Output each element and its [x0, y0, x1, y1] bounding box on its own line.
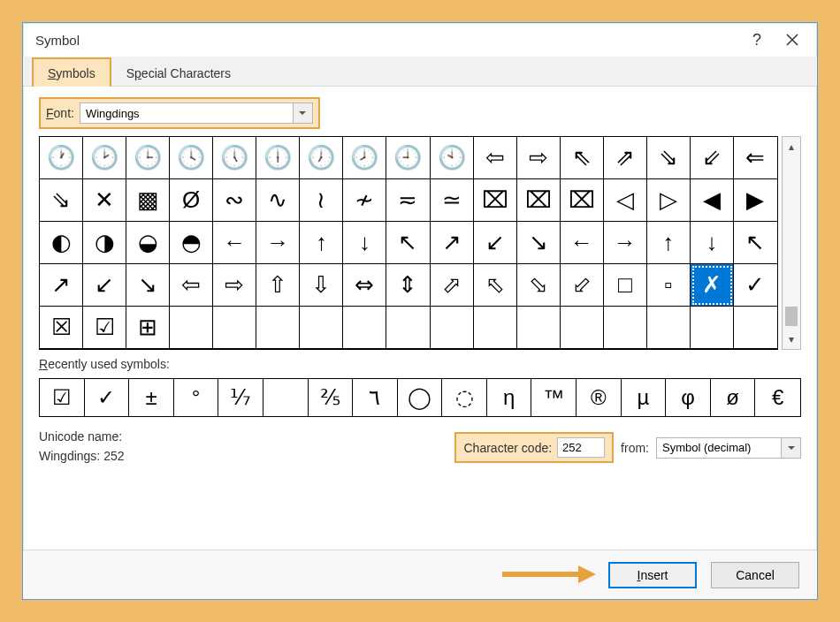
- recent-symbol-cell[interactable]: ☑: [40, 379, 85, 416]
- symbol-cell[interactable]: ⌧: [474, 179, 517, 222]
- symbol-cell[interactable]: [431, 307, 474, 349]
- from-dropdown-button[interactable]: [781, 438, 800, 458]
- symbol-cell[interactable]: ≃: [431, 179, 474, 222]
- symbol-cell[interactable]: [386, 307, 430, 349]
- symbol-cell[interactable]: ⇙: [691, 137, 734, 179]
- recent-symbol-cell[interactable]: ⅖: [309, 379, 354, 416]
- symbol-cell[interactable]: 🕗: [343, 137, 386, 179]
- symbol-cell[interactable]: ⇐: [734, 137, 777, 179]
- symbol-cell[interactable]: 🕒: [126, 137, 170, 179]
- recent-symbol-cell[interactable]: ™: [531, 379, 577, 416]
- symbol-cell[interactable]: 🕙: [431, 137, 474, 179]
- symbol-cell[interactable]: ⌧: [517, 179, 561, 222]
- recent-symbol-cell[interactable]: µ: [622, 379, 667, 416]
- symbol-cell[interactable]: ↘: [517, 222, 561, 264]
- recent-symbol-cell[interactable]: ±: [129, 379, 174, 416]
- symbol-cell[interactable]: ◒: [126, 222, 170, 264]
- symbol-cell[interactable]: ⇨: [213, 264, 256, 307]
- symbol-cell[interactable]: ☑: [83, 307, 126, 349]
- symbol-cell[interactable]: [561, 307, 604, 349]
- symbol-cell[interactable]: ✗: [691, 264, 734, 307]
- symbol-cell[interactable]: ⇕: [386, 264, 430, 307]
- recent-symbol-cell[interactable]: η: [487, 379, 532, 416]
- scroll-down-icon[interactable]: ▾: [789, 333, 794, 345]
- symbol-cell[interactable]: ✓: [734, 264, 777, 307]
- symbol-cell[interactable]: [343, 307, 386, 349]
- symbol-cell[interactable]: ↑: [300, 222, 343, 264]
- symbol-cell[interactable]: ←: [213, 222, 256, 264]
- symbol-cell[interactable]: ⌧: [561, 179, 604, 222]
- symbol-cell[interactable]: [734, 307, 777, 349]
- recent-symbol-cell[interactable]: ◌: [442, 379, 487, 416]
- help-button[interactable]: ?: [739, 26, 775, 54]
- close-button[interactable]: [775, 26, 810, 54]
- symbol-cell[interactable]: ↖: [734, 222, 777, 264]
- symbol-cell[interactable]: ◓: [170, 222, 213, 264]
- tab-symbols[interactable]: Symbols: [32, 57, 111, 87]
- symbol-cell[interactable]: ▶: [734, 179, 777, 222]
- scroll-thumb[interactable]: [785, 307, 798, 326]
- symbol-cell[interactable]: ←: [561, 222, 604, 264]
- symbol-cell[interactable]: ↗: [431, 222, 474, 264]
- symbol-cell[interactable]: ↙: [83, 264, 126, 307]
- symbol-cell[interactable]: ⇨: [517, 137, 561, 179]
- symbol-cell[interactable]: ▫: [647, 264, 691, 307]
- font-dropdown-button[interactable]: [293, 103, 312, 123]
- symbol-cell[interactable]: [256, 307, 300, 349]
- symbol-cell[interactable]: ▩: [126, 179, 170, 222]
- symbol-cell[interactable]: ☒: [40, 307, 83, 349]
- font-input[interactable]: [80, 105, 293, 122]
- symbol-cell[interactable]: [170, 307, 213, 349]
- cancel-button[interactable]: Cancel: [711, 562, 799, 588]
- symbol-cell[interactable]: [647, 307, 691, 349]
- symbol-cell[interactable]: ⬀: [431, 264, 474, 307]
- symbol-cell[interactable]: ≀: [300, 179, 343, 222]
- symbol-cell[interactable]: [213, 307, 256, 349]
- symbol-cell[interactable]: ⊞: [126, 307, 170, 349]
- symbol-cell[interactable]: 🕔: [213, 137, 256, 179]
- symbol-cell[interactable]: ⬁: [474, 264, 517, 307]
- symbol-cell[interactable]: ◐: [40, 222, 83, 264]
- symbol-cell[interactable]: 🕐: [40, 137, 83, 179]
- symbol-cell[interactable]: [691, 307, 734, 349]
- symbol-cell[interactable]: ↓: [343, 222, 386, 264]
- symbol-cell[interactable]: [517, 307, 561, 349]
- symbol-cell[interactable]: →: [256, 222, 300, 264]
- symbol-cell[interactable]: ↘: [126, 264, 170, 307]
- recent-symbol-cell[interactable]: [263, 379, 309, 416]
- insert-button[interactable]: Insert: [608, 562, 697, 588]
- character-code-input[interactable]: [557, 437, 605, 458]
- font-combo[interactable]: [80, 102, 313, 124]
- recent-symbol-cell[interactable]: ◯: [398, 379, 443, 416]
- symbol-cell[interactable]: ⇘: [40, 179, 83, 222]
- symbol-cell[interactable]: ◑: [83, 222, 126, 264]
- symbol-cell[interactable]: [474, 307, 517, 349]
- scroll-up-icon[interactable]: ▴: [789, 140, 794, 153]
- symbol-cell[interactable]: ✕: [83, 179, 126, 222]
- symbol-cell[interactable]: 🕓: [170, 137, 213, 179]
- recent-symbols[interactable]: ☑✓±°⅟₇⅖٦◯◌η™®µφø€: [39, 378, 801, 417]
- recent-symbol-cell[interactable]: ø: [711, 379, 756, 416]
- tab-special-characters[interactable]: Special Characters: [111, 58, 246, 87]
- symbol-cell[interactable]: ⇩: [300, 264, 343, 307]
- symbol-cell[interactable]: ↑: [647, 222, 691, 264]
- recent-symbol-cell[interactable]: €: [755, 379, 800, 416]
- symbol-cell[interactable]: Ø: [170, 179, 213, 222]
- symbol-grid[interactable]: 🕐🕑🕒🕓🕔🕕🕖🕗🕘🕙⇦⇨⇖⇗⇘⇙⇐⇘✕▩Ø∾∿≀≁≂≃⌧⌧⌧◁▷◀▶◐◑◒◓←→…: [39, 136, 778, 350]
- symbol-cell[interactable]: ⬃: [561, 264, 604, 307]
- recent-symbol-cell[interactable]: °: [174, 379, 219, 416]
- symbol-cell[interactable]: ◀: [691, 179, 734, 222]
- symbol-cell[interactable]: ↓: [691, 222, 734, 264]
- symbol-cell[interactable]: ⇦: [474, 137, 517, 179]
- symbol-grid-scrollbar[interactable]: ▴ ▾: [782, 136, 801, 350]
- symbol-cell[interactable]: □: [604, 264, 647, 307]
- symbol-cell[interactable]: ⇔: [343, 264, 386, 307]
- symbol-cell[interactable]: ⇘: [647, 137, 691, 179]
- symbol-cell[interactable]: ↖: [386, 222, 430, 264]
- from-combo[interactable]: [656, 437, 801, 459]
- recent-symbol-cell[interactable]: φ: [666, 379, 711, 416]
- symbol-cell[interactable]: ≁: [343, 179, 386, 222]
- recent-symbol-cell[interactable]: ✓: [85, 379, 130, 416]
- symbol-cell[interactable]: ⇗: [604, 137, 647, 179]
- symbol-cell[interactable]: 🕘: [386, 137, 430, 179]
